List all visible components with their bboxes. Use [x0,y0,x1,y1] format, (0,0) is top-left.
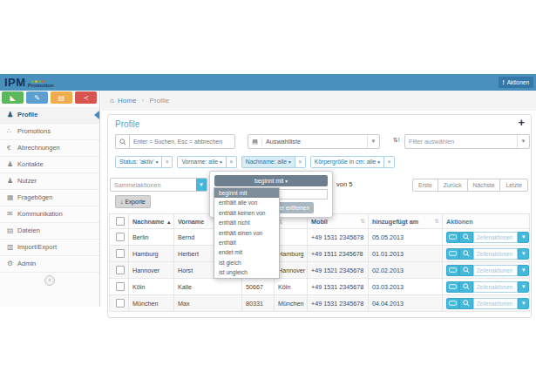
cell-ort: Köln [275,279,308,295]
table-row[interactable]: Hannover Horst Hannover +49 1521 2345678… [110,262,530,279]
download-icon: ↓ [120,199,123,205]
row-checkbox[interactable] [116,249,125,258]
quick-chart-button[interactable]: ◣ [2,91,24,104]
cell-nachname: München [129,295,174,312]
chip-remove-icon[interactable]: × [295,156,306,168]
cell-added: 05.05.2013 [369,229,443,246]
filter-operator-option[interactable]: enthält keinen von [214,208,279,218]
card-icon [449,233,457,240]
pagination-prev-button[interactable]: Zurück [438,179,468,192]
aktionen-button[interactable]: !Aktionen [499,77,533,88]
sidebar-item-dateien[interactable]: ▤Dateien [0,223,99,240]
chip-nachname[interactable]: Nachname: alle▾ × [241,156,306,168]
breadcrumb: ⌂ Home › Profile [110,91,169,111]
col-header-nachname[interactable]: Nachname▴ [129,214,174,229]
chevron-down-icon[interactable]: ▼ [518,265,529,276]
select-all-checkbox[interactable] [116,217,125,226]
filter-sort-icon: ⇅! [393,137,400,144]
sidebar-item-profile[interactable]: ♟Profile [0,107,99,124]
row-view-button[interactable] [459,265,472,276]
quick-share-button[interactable]: ≺ [75,91,97,104]
row-edit-button[interactable] [446,232,459,243]
sidebar-item-import-export[interactable]: ▥Import/Export [0,240,99,256]
row-edit-button[interactable] [446,298,459,309]
cell-nachname: Köln [129,279,174,295]
zeilenaktionen-select[interactable]: Zeilenaktionen [473,281,519,293]
row-checkbox[interactable] [116,266,125,274]
euro-icon: € [7,140,17,156]
sidebar-item-nutzer[interactable]: ♟Nutzer [0,173,99,190]
chevron-down-icon[interactable]: ▼ [518,232,529,243]
row-view-button[interactable] [459,298,472,309]
chip-vorname[interactable]: Vorname: alle▾ × [177,156,236,168]
pagination-first-button[interactable]: Erste [412,179,438,192]
plus-icon: + [518,116,525,129]
row-view-button[interactable] [459,232,472,243]
row-checkbox[interactable] [116,282,125,291]
sidebar-item-kommunikation[interactable]: ✉Kommunikation [0,206,99,223]
sidebar-item-frageboegen[interactable]: ▦Fragebögen [0,190,99,206]
card-icon [449,300,457,307]
sidebar-item-promotions[interactable]: ∴Promotions [0,124,99,140]
zeilenaktionen-select[interactable]: Zeilenaktionen [473,248,519,260]
cell-mobil: +49 1521 2345678 [308,262,369,279]
filter-operator-option[interactable]: ist ungleich [214,267,279,277]
chip-remove-icon[interactable]: × [162,156,173,168]
filter-operator-option[interactable]: enthält einen von [214,228,279,238]
row-edit-button[interactable] [446,281,459,293]
sort-icon: ⇅ [435,218,439,225]
row-view-button[interactable] [459,281,472,293]
row-edit-button[interactable] [446,265,459,276]
row-view-button[interactable] [459,248,472,260]
chip-status[interactable]: Status: 'aktiv'▾ × [115,156,173,168]
filter-operator-button[interactable]: beginnt mit ▾ [214,175,328,186]
search-input[interactable] [129,134,235,149]
auswahlliste-select[interactable]: ▤ Auswahlliste ▼ [248,134,380,149]
table-row[interactable]: Köln Kalle 50667 Köln +49 1531 2345678 0… [110,279,530,295]
filter-operator-option[interactable]: enthält alle von [214,198,279,207]
filter-operator-option[interactable]: beginnt mit [214,188,279,198]
col-header-hinzugefuegt[interactable]: hinzugefügt am⇅ [369,214,443,229]
exporte-button[interactable]: ↓Exporte [115,195,151,208]
filter-operator-option[interactable]: enthält [214,238,279,247]
row-checkbox[interactable] [116,233,125,241]
chip-remove-icon[interactable]: × [384,156,395,168]
add-profile-button[interactable]: + [518,116,525,129]
pagination-last-button[interactable]: Letzte [499,179,528,192]
chevron-down-icon[interactable]: ▼ [518,281,529,293]
row-edit-button[interactable] [446,248,459,260]
filter-select[interactable]: Filter auswählen ▼ [404,134,530,149]
zeilenaktionen-select[interactable]: Zeilenaktionen [473,298,519,309]
caret-down-icon: ▾ [285,179,288,184]
sammelaktionen-select[interactable]: Sammelaktionen ▼ [110,178,207,192]
chip-remove-icon[interactable]: × [227,156,237,168]
auswahlliste-value: Auswahlliste [262,138,367,145]
filter-operator-option[interactable]: enthält nicht [214,218,279,227]
table-row[interactable]: Hamburg Herbert Hamburg +49 1511 2345678… [110,246,530,262]
breadcrumb-home-link[interactable]: Home [118,97,136,105]
search-icon [115,134,129,149]
chevron-down-icon: ▼ [367,135,379,148]
cell-added: 04.04.2013 [369,295,443,312]
table-row[interactable]: München Max 80331 München +49 1531 23456… [110,295,530,312]
chevron-down-icon[interactable]: ▼ [518,298,529,309]
filter-operator-option[interactable]: endet mit [214,247,279,257]
quick-edit-button[interactable]: ✎ [26,91,48,104]
chip-koerpergroesse[interactable]: Körpergröße in cm: alle▾ × [310,156,395,168]
sidebar-item-admin[interactable]: ⚙Admin [0,256,99,273]
table-row[interactable]: Berlin Bernd +49 1531 2345678 05.05.2013… [110,229,530,246]
quick-list-button[interactable]: ▤ [51,91,72,104]
zeilenaktionen-select[interactable]: Zeilenaktionen [473,265,519,276]
zeilenaktionen-select[interactable]: Zeilenaktionen [473,232,519,243]
sitemap-icon: ∴ [7,124,17,139]
filter-operator-option[interactable]: ist gleich [214,258,279,267]
caret-down-icon: ▾ [156,159,159,165]
sidebar-item-kontakte[interactable]: ♟Kontakte [0,157,99,173]
sidebar-collapse-button[interactable]: ‹ [44,275,55,286]
row-checkbox[interactable] [116,299,125,308]
pagination-next-button[interactable]: Nächste [467,179,501,192]
sidebar-item-abrechnungen[interactable]: €Abrechnungen [0,140,99,157]
chevron-down-icon[interactable]: ▼ [518,248,529,260]
cell-nachname: Berlin [129,229,174,246]
quick-action-bar: ◣ ✎ ▤ ≺ [2,91,97,104]
